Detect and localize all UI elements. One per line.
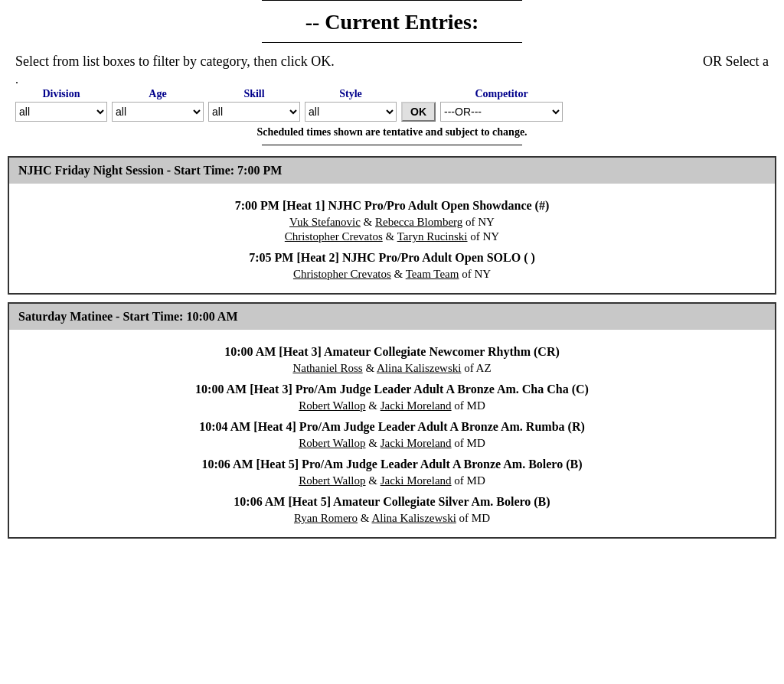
entry-5-1: Robert Wallop & Jacki Moreland of MD [24, 437, 760, 450]
dot-line: . [0, 73, 784, 86]
entry-3-1-person2[interactable]: Alina Kaliszewski [377, 362, 461, 374]
entry-1-2: Christopher Crevatos & Taryn Rucinski of… [24, 230, 760, 243]
scheduled-note: Scheduled times shown are tentative and … [0, 126, 784, 138]
instruction-row: Select from list boxes to filter by cate… [0, 54, 784, 70]
entry-1-2-person2[interactable]: Taryn Rucinski [397, 230, 468, 243]
entry-7-1: Ryan Romero & Alina Kaliszewski of MD [24, 512, 760, 525]
style-label: Style [339, 88, 362, 100]
session-1-header: NJHC Friday Night Session - Start Time: … [9, 158, 775, 184]
entry-4-1-person1[interactable]: Robert Wallop [299, 399, 365, 412]
entry-6-1-person1[interactable]: Robert Wallop [299, 474, 365, 487]
entry-1-1: Vuk Stefanovic & Rebecca Blomberg of NY [24, 216, 760, 229]
instruction-text: Select from list boxes to filter by cate… [15, 54, 335, 70]
style-filter-group: Style all [305, 88, 397, 122]
age-select[interactable]: all [112, 102, 204, 122]
entry-6-1: Robert Wallop & Jacki Moreland of MD [24, 474, 760, 487]
filter-row: Division all Age all Skill all Style all [0, 88, 784, 122]
skill-filter-group: Skill all [208, 88, 300, 122]
entry-5-1-person2[interactable]: Jacki Moreland [381, 437, 452, 449]
heat-2-title: 7:05 PM [Heat 2] NJHC Pro/Pro Adult Open… [24, 251, 760, 265]
ok-button[interactable]: OK [401, 102, 436, 122]
competitor-select[interactable]: ---OR--- [440, 102, 563, 122]
entry-1-1-person1[interactable]: Vuk Stefanovic [289, 216, 361, 228]
heat-5-title: 10:04 AM [Heat 4] Pro/Am Judge Leader Ad… [24, 420, 760, 434]
division-label: Division [42, 88, 80, 100]
heat-1-title: 7:00 PM [Heat 1] NJHC Pro/Pro Adult Open… [24, 199, 760, 213]
age-filter-group: Age all [112, 88, 204, 122]
entry-3-1: Nathaniel Ross & Alina Kaliszewski of AZ [24, 362, 760, 375]
skill-select[interactable]: all [208, 102, 300, 122]
entry-7-1-person1[interactable]: Ryan Romero [294, 512, 358, 524]
entry-3-1-person1[interactable]: Nathaniel Ross [292, 362, 362, 374]
entry-2-1-person2[interactable]: Team Team [406, 268, 459, 280]
or-select-text: OR Select a [703, 54, 769, 70]
heat-7-title: 10:06 AM [Heat 5] Amateur Collegiate Sil… [24, 495, 760, 509]
division-select[interactable]: all [15, 102, 107, 122]
section-divider [262, 145, 522, 145]
entry-6-1-person2[interactable]: Jacki Moreland [381, 474, 452, 487]
entry-4-1-person2[interactable]: Jacki Moreland [381, 399, 452, 412]
entry-2-1-person1[interactable]: Christopher Crevatos [293, 268, 391, 280]
session-2-content: 10:00 AM [Heat 3] Amateur Collegiate New… [9, 330, 775, 537]
sessions-container: NJHC Friday Night Session - Start Time: … [0, 156, 784, 539]
entry-5-1-person1[interactable]: Robert Wallop [299, 437, 365, 449]
page-container: -- Current Entries: Select from list box… [0, 0, 784, 684]
title-divider [262, 42, 522, 43]
session-1: NJHC Friday Night Session - Start Time: … [8, 156, 776, 295]
session-1-content: 7:00 PM [Heat 1] NJHC Pro/Pro Adult Open… [9, 184, 775, 293]
top-divider [262, 0, 522, 1]
competitor-label: Competitor [475, 88, 528, 100]
skill-label: Skill [243, 88, 264, 100]
page-title: -- Current Entries: [0, 10, 784, 34]
session-2: Saturday Matinee - Start Time: 10:00 AM1… [8, 302, 776, 539]
division-filter-group: Division all [15, 88, 107, 122]
competitor-filter-group: Competitor ---OR--- [440, 88, 563, 122]
heat-4-title: 10:00 AM [Heat 3] Pro/Am Judge Leader Ad… [24, 383, 760, 396]
entry-1-1-person2[interactable]: Rebecca Blomberg [375, 216, 462, 228]
heat-6-title: 10:06 AM [Heat 5] Pro/Am Judge Leader Ad… [24, 458, 760, 471]
entry-4-1: Robert Wallop & Jacki Moreland of MD [24, 399, 760, 412]
entry-7-1-person2[interactable]: Alina Kaliszewski [371, 512, 456, 524]
style-select[interactable]: all [305, 102, 397, 122]
age-label: Age [149, 88, 166, 100]
entry-2-1: Christopher Crevatos & Team Team of NY [24, 268, 760, 281]
session-2-header: Saturday Matinee - Start Time: 10:00 AM [9, 304, 775, 330]
entry-1-2-person1[interactable]: Christopher Crevatos [285, 230, 383, 243]
heat-3-title: 10:00 AM [Heat 3] Amateur Collegiate New… [24, 345, 760, 359]
ok-group: OK [401, 88, 436, 122]
